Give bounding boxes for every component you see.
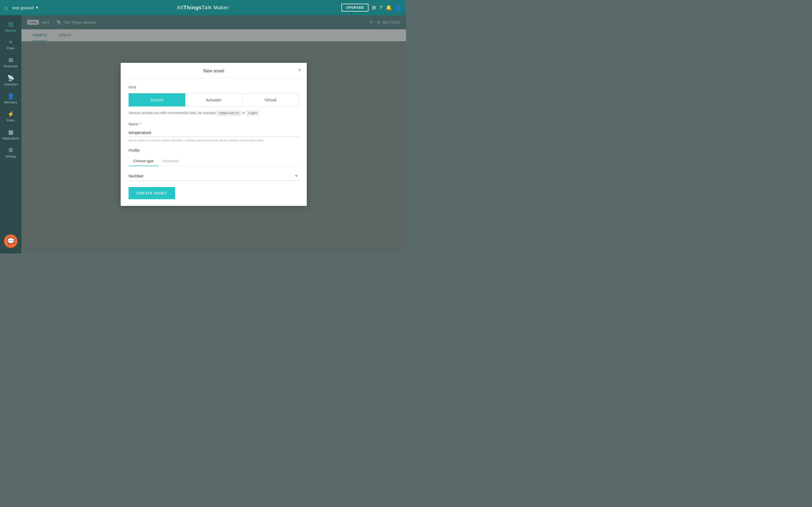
ground-name: test ground <box>12 5 34 10</box>
sensor-example-light: light <box>246 110 259 116</box>
sidebar-item-rules[interactable]: ⚡ Rules <box>0 108 21 125</box>
notification-icon[interactable]: 🔔 <box>386 4 392 11</box>
profile-icon[interactable]: 👤 <box>395 4 402 11</box>
chat-icon: 💬 <box>7 237 15 245</box>
sensor-or-text: or <box>242 111 245 115</box>
sidebar-label-gateways: Gateways <box>4 82 18 86</box>
required-star: * <box>140 122 141 126</box>
modal-close-button[interactable]: × <box>298 67 301 72</box>
members-icon: 👤 <box>7 93 14 100</box>
sensor-description: Sensors provide you with environmental d… <box>129 110 299 116</box>
help-icon[interactable]: ? <box>379 5 382 11</box>
sidebar-label-applications: Applications <box>2 136 19 140</box>
type-dropdown[interactable]: Number String Boolean Object Array <box>129 171 299 181</box>
upgrade-button[interactable]: UPGRADE <box>342 4 368 11</box>
sidebar-item-pinboards[interactable]: ⊞ Pinboards <box>0 54 21 71</box>
name-field-label: Name * <box>129 122 299 126</box>
brand-logo: AllThingsTalk Maker <box>177 5 229 11</box>
kind-sensor-button[interactable]: Sensor <box>129 93 185 107</box>
name-label-text: Name <box>129 122 139 126</box>
top-nav-right: UPGRADE ⊞ ? 🔔 👤 <box>342 4 402 11</box>
devices-icon: ⊡ <box>8 21 13 27</box>
qr-icon[interactable]: ⊞ <box>372 4 376 11</box>
sidebar-label-pinboards: Pinboards <box>4 64 18 68</box>
sidebar-item-settings[interactable]: ⚙ Settings <box>0 144 21 161</box>
modal-header: New asset × <box>121 63 307 78</box>
name-field-hint: Asset name is a device unique identifier… <box>129 138 299 142</box>
sidebar: ⊡ Devices ≈ Pulse ⊞ Pinboards 📡 Gateways… <box>0 15 21 253</box>
chat-bubble-button[interactable]: 💬 <box>4 234 17 248</box>
sidebar-item-gateways[interactable]: 📡 Gateways <box>0 72 21 89</box>
modal-overlay: New asset × Kind Sensor Actuator Virtual… <box>21 15 406 253</box>
top-nav: ⌂ test ground ▾ AllThingsTalk Maker UPGR… <box>0 0 406 15</box>
kind-buttons: Sensor Actuator Virtual <box>129 93 299 107</box>
home-icon[interactable]: ⌂ <box>4 4 8 11</box>
kind-virtual-button[interactable]: Virtual <box>242 93 299 107</box>
settings-icon: ⚙ <box>8 147 13 154</box>
profile-label: Profile <box>129 148 299 153</box>
new-asset-modal: New asset × Kind Sensor Actuator Virtual… <box>121 63 307 206</box>
sensor-example-temperature: temperature <box>216 110 241 116</box>
sidebar-label-settings: Settings <box>5 155 16 158</box>
kind-label: Kind <box>129 85 299 89</box>
pinboards-icon: ⊞ <box>8 57 13 63</box>
sidebar-label-members: Members <box>4 101 17 104</box>
sidebar-item-pulse[interactable]: ≈ Pulse <box>0 36 21 53</box>
sidebar-label-devices: Devices <box>5 29 16 32</box>
sidebar-label-pulse: Pulse <box>7 47 15 50</box>
create-asset-button[interactable]: CREATE ASSET <box>129 187 175 199</box>
sidebar-label-rules: Rules <box>7 119 15 122</box>
sensor-desc-text: Sensors provide you with environmental d… <box>129 111 216 115</box>
modal-body: Kind Sensor Actuator Virtual Sensors pro… <box>121 78 307 206</box>
sidebar-item-devices[interactable]: ⊡ Devices <box>0 18 21 35</box>
profile-tab-advanced[interactable]: Advanced <box>158 157 184 166</box>
sidebar-item-applications[interactable]: ▦ Applications <box>0 126 21 143</box>
name-input[interactable] <box>129 128 299 137</box>
rules-icon: ⚡ <box>7 111 14 117</box>
sidebar-item-members[interactable]: 👤 Members <box>0 90 21 107</box>
main-content: LoRa dev1 | 📡 The Things Network + ⚙ SET… <box>21 15 406 253</box>
ground-selector[interactable]: test ground ▾ <box>12 5 38 10</box>
profile-tabs: Choose type Advanced <box>129 157 299 166</box>
profile-tab-choose-type[interactable]: Choose type <box>129 157 158 166</box>
kind-actuator-button[interactable]: Actuator <box>185 93 242 107</box>
applications-icon: ▦ <box>8 129 13 135</box>
pulse-icon: ≈ <box>9 39 12 45</box>
gateways-icon: 📡 <box>7 75 14 81</box>
modal-title: New asset <box>203 68 224 73</box>
dropdown-icon: ▾ <box>36 5 38 10</box>
